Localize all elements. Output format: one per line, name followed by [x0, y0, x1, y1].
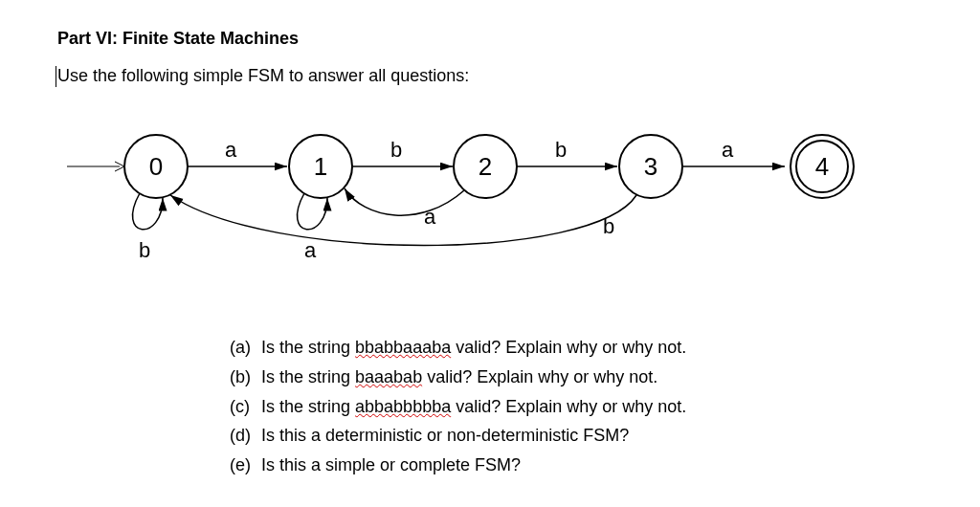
question-c: (c) Is the string abbabbbbba valid? Expl… [230, 393, 923, 421]
question-b-post: valid? Explain why or why not. [422, 367, 657, 386]
text-cursor [56, 66, 56, 87]
question-b-pre: Is the string [261, 367, 355, 386]
question-c-post: valid? Explain why or why not. [451, 397, 686, 416]
edge-1-2-label: b [390, 138, 402, 162]
question-d-label: (d) [230, 422, 256, 450]
state-4-label: 4 [815, 152, 829, 181]
edge-2-1 [345, 188, 464, 215]
edge-2-1-label: a [424, 205, 436, 229]
question-b-label: (b) [230, 364, 256, 391]
questions-list: (a) Is the string bbabbaaaba valid? Expl… [230, 334, 923, 479]
loop-1-a-label: a [304, 238, 317, 262]
edge-3-4-label: a [722, 138, 734, 162]
question-b: (b) Is the string baaabab valid? Explain… [230, 364, 923, 391]
question-c-pre: Is the string [261, 397, 355, 416]
state-0-label: 0 [149, 152, 163, 181]
question-a-string: bbabbaaaba [355, 338, 451, 357]
question-a: (a) Is the string bbabbaaaba valid? Expl… [230, 334, 923, 362]
question-a-post: valid? Explain why or why not. [451, 338, 686, 357]
edge-2-3-label: b [555, 138, 567, 162]
start-arrow-head2 [115, 166, 124, 171]
instruction-content: Use the following simple FSM to answer a… [57, 66, 469, 85]
question-b-string: baaabab [355, 367, 422, 386]
question-a-pre: Is the string [261, 338, 355, 357]
question-e: (e) Is this a simple or complete FSM? [230, 452, 923, 479]
edge-3-0-label: b [603, 214, 614, 238]
state-2-label: 2 [479, 152, 492, 181]
question-a-label: (a) [230, 334, 256, 362]
instruction-text: Use the following simple FSM to answer a… [57, 66, 923, 86]
question-e-text: Is this a simple or complete FSM? [261, 455, 521, 474]
edge-3-0 [170, 195, 636, 246]
question-e-label: (e) [230, 452, 256, 479]
state-1-label: 1 [314, 152, 327, 181]
edge-0-1-label: a [225, 138, 237, 162]
question-c-label: (c) [230, 393, 256, 421]
start-arrow-head [115, 162, 124, 166]
question-c-string: abbabbbbba [355, 397, 451, 416]
loop-0-b-label: b [139, 238, 150, 262]
state-3-label: 3 [644, 152, 657, 181]
question-d-text: Is this a deterministic or non-determini… [261, 426, 629, 445]
fsm-diagram: 0 b a 1 a b 2 a b 3 b a 4 [57, 109, 924, 300]
section-heading: Part VI: Finite State Machines [57, 29, 923, 49]
question-d: (d) Is this a deterministic or non-deter… [230, 422, 923, 450]
